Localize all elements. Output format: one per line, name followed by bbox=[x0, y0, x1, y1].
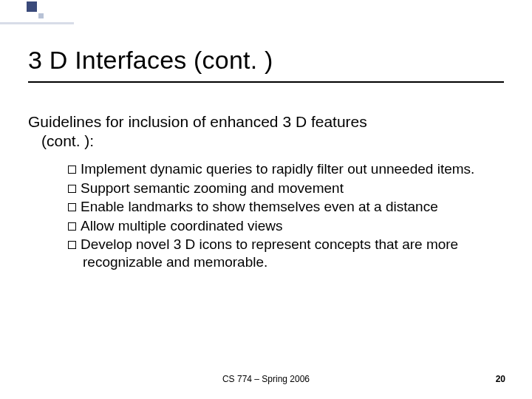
list-item: Implement dynamic queries to rapidly fil… bbox=[68, 160, 504, 178]
square-bullet-icon bbox=[68, 241, 76, 249]
lead-line-2: (cont. ): bbox=[28, 132, 94, 149]
bullet-text: Develop novel 3 D icons to represent con… bbox=[81, 236, 458, 270]
square-bullet-icon bbox=[68, 185, 76, 193]
deco-square-small bbox=[38, 13, 44, 18]
bullet-list: Implement dynamic queries to rapidly fil… bbox=[28, 160, 504, 270]
corner-decoration bbox=[0, 0, 81, 30]
body-area: Guidelines for inclusion of enhanced 3 D… bbox=[28, 112, 504, 273]
title-underline bbox=[28, 81, 504, 83]
deco-bar bbox=[0, 22, 74, 24]
bullet-text: Allow multiple coordinated views bbox=[81, 218, 283, 233]
slide-title: 3 D Interfaces (cont. ) bbox=[28, 46, 273, 75]
square-bullet-icon bbox=[68, 222, 76, 231]
lead-line-1: Guidelines for inclusion of enhanced 3 D… bbox=[28, 113, 367, 130]
bullet-text: Enable landmarks to show themselves even… bbox=[81, 199, 438, 214]
square-bullet-icon bbox=[68, 203, 76, 211]
list-item: Enable landmarks to show themselves even… bbox=[68, 198, 504, 216]
square-bullet-icon bbox=[68, 166, 76, 174]
footer-center: CS 774 – Spring 2006 bbox=[0, 374, 532, 384]
bullet-text: Support semantic zooming and movement bbox=[81, 180, 344, 196]
list-item: Support semantic zooming and movement bbox=[68, 180, 504, 197]
list-item: Allow multiple coordinated views bbox=[68, 217, 504, 235]
bullet-text: Implement dynamic queries to rapidly fil… bbox=[81, 161, 474, 177]
deco-square-large bbox=[27, 1, 37, 12]
page-number: 20 bbox=[496, 374, 505, 384]
body-lead: Guidelines for inclusion of enhanced 3 D… bbox=[28, 112, 504, 150]
list-item: Develop novel 3 D icons to represent con… bbox=[68, 236, 504, 270]
